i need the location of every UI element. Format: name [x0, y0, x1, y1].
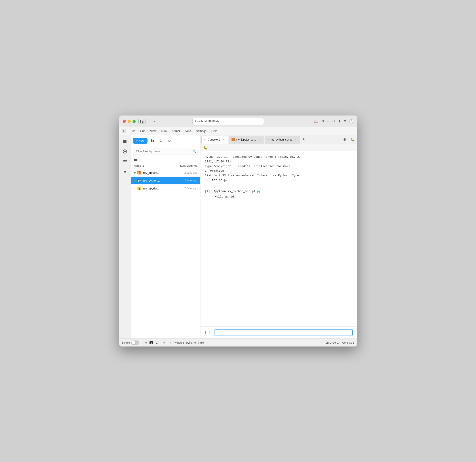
svg-rect-1 [142, 120, 144, 120]
add-tab-button[interactable]: + [300, 136, 306, 143]
file-modified: 2 days ago [175, 187, 197, 190]
tab-console1[interactable]: ›_ Console 1 × [201, 136, 228, 144]
search-icon: 🔍 [193, 150, 196, 153]
sidebar-toggle-icon[interactable] [138, 119, 145, 124]
shield-icon[interactable]: 🛡 [332, 119, 335, 123]
file-name: my_jupyter... [143, 171, 175, 175]
history-icon[interactable]: 🕐 [349, 119, 354, 123]
search-input[interactable] [133, 148, 198, 155]
content-area: ›_ Console 1 × J my_jupyter_script × [200, 135, 357, 338]
upload-button[interactable] [157, 137, 164, 144]
maximize-button[interactable] [133, 120, 136, 123]
file-modified: 2 days ago [175, 171, 197, 174]
new-button-label: + New [136, 139, 144, 142]
menu-file[interactable]: File [128, 128, 138, 134]
input-prompt: [ ]: [205, 331, 212, 334]
python-icon: ≡ [268, 138, 269, 141]
status-bar: Simple | 0 S 2 ⚙ | Python 3 (ipykernel) … [119, 338, 357, 346]
svg-text:J: J [232, 139, 233, 141]
reader-icon[interactable]: 📖 [314, 119, 318, 123]
menu-view[interactable]: View [148, 128, 159, 134]
search-bar: 🔍 [133, 148, 198, 155]
svg-rect-7 [123, 160, 127, 161]
new-folder-button[interactable] [149, 137, 156, 144]
back-button[interactable]: ‹ [152, 118, 158, 125]
console-input-area: [ ]: [200, 326, 357, 338]
add-tab-icon[interactable]: + [327, 119, 329, 123]
gear-icon[interactable]: ⚙ [341, 136, 348, 143]
file-status-indicator [134, 180, 136, 181]
tab-jupyter[interactable]: J my_jupyter_script × [229, 136, 264, 144]
ln-col-label: Ln 1, Col 1 [326, 341, 339, 344]
kbd-badge: S [150, 341, 153, 344]
tab-python[interactable]: ≡ my_python_script × [265, 136, 300, 144]
breadcrumb: / [131, 157, 200, 163]
cell-in-code: !python my_python_script.py [214, 189, 261, 194]
svg-point-6 [124, 151, 126, 152]
status-gear-icon[interactable]: ⚙ [160, 339, 167, 346]
nav-buttons: ‹ › [152, 118, 166, 125]
list-item[interactable]: J my_jupyter... 2 days ago [131, 169, 200, 177]
menu-run[interactable]: Run [159, 128, 169, 134]
jupyter-icon: J [231, 138, 235, 142]
list-item[interactable]: py my_spyder... 2 days ago [131, 185, 200, 192]
close-button[interactable] [123, 120, 126, 123]
console-toolbar: 🐛 [200, 144, 357, 151]
tab-label: Console 1 [208, 138, 220, 141]
file-status-indicator [134, 172, 136, 174]
bug-toolbar-icon: 🐛 [203, 145, 208, 150]
share-icon[interactable]: ⬆ [343, 119, 346, 123]
address-bar[interactable]: localhost:8888/lab [192, 118, 264, 125]
menu-edit[interactable]: Edit [138, 128, 147, 134]
download-icon[interactable]: ⬇ [338, 119, 341, 123]
tab-close-button[interactable]: × [258, 138, 262, 141]
file-name: my_python... [143, 179, 175, 182]
cell-output: Hello world. [205, 195, 353, 199]
two-label: 2 [156, 341, 158, 344]
forward-button[interactable]: › [160, 118, 166, 125]
file-name: my_spyder... [143, 187, 175, 190]
list-icon[interactable] [121, 158, 129, 166]
new-button[interactable]: + New [133, 138, 147, 144]
menu-settings[interactable]: Settings [194, 128, 209, 134]
svg-rect-9 [123, 163, 127, 163]
toggle-track[interactable] [131, 340, 139, 345]
menu-tabs[interactable]: Tabs [183, 128, 193, 134]
running-icon[interactable] [121, 147, 129, 156]
status-sep: | [142, 341, 143, 344]
address-text: localhost:8888/lab [195, 119, 219, 123]
tab-close-button[interactable]: × [293, 138, 297, 141]
status-right: Ln 1, Col 1 Console 1 [326, 341, 354, 344]
files-icon[interactable] [121, 137, 129, 145]
menu-kernel[interactable]: Kernel [170, 128, 182, 134]
python-file-icon: py [137, 178, 141, 183]
svg-text:J: J [138, 172, 139, 174]
header-name: Name ▲ [134, 164, 175, 167]
svg-text:py: py [138, 187, 141, 190]
console-output: Python 3.9.13 | packaged by conda-forge … [200, 151, 357, 326]
svg-rect-3 [142, 122, 144, 123]
list-item[interactable]: py my_python... 2 days ago [131, 177, 200, 185]
refresh-icon[interactable]: ↻ [321, 119, 324, 123]
titlebar: ‹ › localhost:8888/lab 📖 ↻ + 🛡 ⬇ ⬆ 🕐 [119, 116, 357, 127]
svg-rect-2 [142, 121, 144, 122]
tab-close-button[interactable]: × [222, 138, 225, 141]
spyder-file-icon: py [137, 186, 141, 191]
menu-help[interactable]: Help [209, 128, 220, 134]
minimize-button[interactable] [128, 120, 131, 123]
tab-bar: ›_ Console 1 × J my_jupyter_script × [200, 135, 357, 144]
file-list-header: Name ▲ Last Modified [131, 163, 200, 169]
header-modified: Last Modified [175, 164, 197, 167]
file-modified: 2 days ago [175, 179, 197, 182]
extensions-icon[interactable] [121, 168, 129, 176]
refresh-button[interactable] [166, 137, 173, 144]
cell-in-prompt: [1]: [205, 189, 212, 194]
cell-out-text: Hello world. [215, 195, 236, 198]
file-toolbar: + New [131, 135, 200, 146]
right-settings: ⚙ 🐛 [341, 136, 356, 143]
titlebar-actions: 📖 ↻ + 🛡 ⬇ ⬆ 🕐 [314, 119, 353, 123]
svg-rect-0 [140, 120, 141, 123]
jupyter-file-icon: J [137, 170, 141, 175]
bug-icon[interactable]: 🐛 [349, 136, 356, 143]
console-input[interactable] [214, 329, 353, 336]
